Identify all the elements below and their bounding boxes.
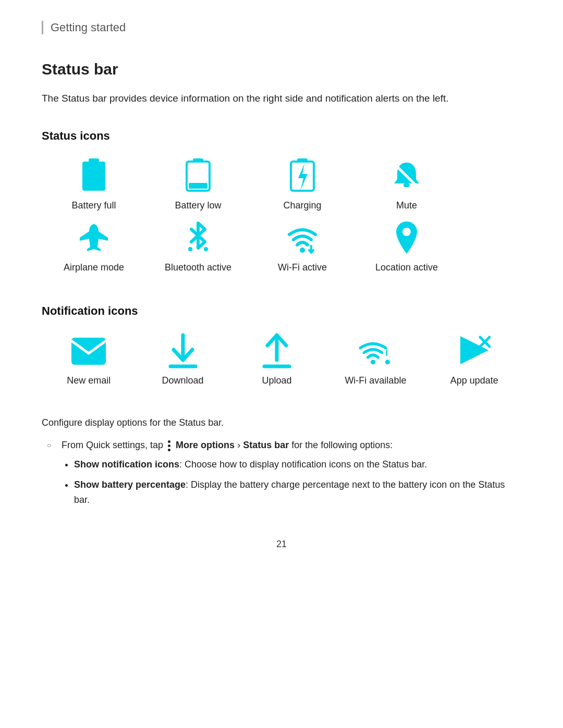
svg-rect-4 xyxy=(189,183,207,189)
svg-rect-0 xyxy=(89,158,99,162)
bluetooth-active-icon xyxy=(179,219,217,257)
svg-rect-15 xyxy=(71,338,106,365)
wifi-active-icon xyxy=(284,219,321,257)
icon-item-battery-low: Battery low xyxy=(146,157,250,211)
svg-point-20 xyxy=(371,360,375,365)
location-active-label: Location active xyxy=(375,262,438,273)
show-notification-icons-text: : Choose how to display notification ico… xyxy=(179,459,427,470)
sub-option-battery: Show battery percentage: Display the bat… xyxy=(74,477,521,508)
battery-full-label: Battery full xyxy=(71,200,116,211)
status-icons-grid: Battery full Battery low Charging xyxy=(42,157,521,281)
show-notification-icons-bold: Show notification icons xyxy=(74,459,179,470)
app-update-icon xyxy=(456,332,493,370)
breadcrumb: Getting started xyxy=(42,21,521,34)
page-number: 21 xyxy=(42,539,521,550)
config-text: Configure display options for the Status… xyxy=(42,417,521,428)
icon-item-wifi-available: i Wi-Fi available xyxy=(324,332,427,386)
svg-point-21 xyxy=(385,360,390,365)
icon-item-app-update: App update xyxy=(427,332,521,386)
notification-icons-title: Notification icons xyxy=(42,304,521,318)
charging-icon xyxy=(284,157,321,195)
svg-point-12 xyxy=(204,247,208,251)
notification-icons-grid: New email Download Upload xyxy=(42,332,521,394)
wifi-available-icon: i xyxy=(357,332,394,370)
sub-option-notification: Show notification icons: Choose how to d… xyxy=(74,457,521,472)
charging-label: Charging xyxy=(283,200,321,211)
wifi-active-label: Wi-Fi active xyxy=(278,262,327,273)
app-update-label: App update xyxy=(450,375,498,386)
airplane-mode-icon xyxy=(75,219,113,257)
battery-full-icon xyxy=(75,157,113,195)
battery-low-label: Battery low xyxy=(175,200,221,211)
svg-point-14 xyxy=(402,228,411,236)
battery-low-icon xyxy=(179,157,217,195)
icon-item-wifi-active: Wi-Fi active xyxy=(250,219,354,273)
svg-point-11 xyxy=(188,247,192,251)
icon-item-battery-full: Battery full xyxy=(42,157,146,211)
sub-options-list: Show notification icons: Choose how to d… xyxy=(74,457,521,507)
bullet-suffix: for the following options: xyxy=(291,440,393,450)
icon-item-upload: Upload xyxy=(230,332,324,386)
airplane-mode-label: Airplane mode xyxy=(64,262,124,273)
icon-item-download: Download xyxy=(136,332,229,386)
location-active-icon xyxy=(388,219,425,257)
download-label: Download xyxy=(162,375,204,386)
svg-text:i: i xyxy=(385,347,388,358)
upload-label: Upload xyxy=(262,375,291,386)
quick-settings-item: From Quick settings, tap More options › … xyxy=(47,438,521,507)
mute-icon xyxy=(388,157,425,195)
mute-label: Mute xyxy=(396,200,417,211)
intro-text: The Status bar provides device informati… xyxy=(42,91,521,106)
icon-item-mute: Mute xyxy=(354,157,459,211)
new-email-icon xyxy=(70,332,107,370)
page-title: Status bar xyxy=(42,60,521,78)
bullet-intro: From Quick settings, tap xyxy=(62,440,163,450)
new-email-label: New email xyxy=(67,375,111,386)
status-bar-label: Status bar xyxy=(243,440,289,450)
arrow-separator: › xyxy=(237,440,243,450)
icon-item-location-active: Location active xyxy=(354,219,459,273)
svg-rect-1 xyxy=(82,162,105,191)
svg-rect-8 xyxy=(403,183,410,187)
show-battery-percentage-bold: Show battery percentage xyxy=(74,479,186,490)
icon-item-charging: Charging xyxy=(250,157,354,211)
download-icon xyxy=(164,332,202,370)
svg-marker-7 xyxy=(298,164,308,191)
icon-item-airplane-mode: Airplane mode xyxy=(42,219,146,273)
icon-item-bluetooth-active: Bluetooth active xyxy=(146,219,250,273)
upload-icon xyxy=(258,332,296,370)
svg-point-13 xyxy=(300,248,305,253)
icon-item-new-email: New email xyxy=(42,332,136,386)
bluetooth-active-label: Bluetooth active xyxy=(165,262,231,273)
status-icons-title: Status icons xyxy=(42,129,521,143)
options-list: From Quick settings, tap More options › … xyxy=(47,438,521,507)
wifi-available-label: Wi-Fi available xyxy=(345,375,406,386)
more-options-icon xyxy=(168,440,171,452)
more-options-label: More options xyxy=(176,440,235,450)
